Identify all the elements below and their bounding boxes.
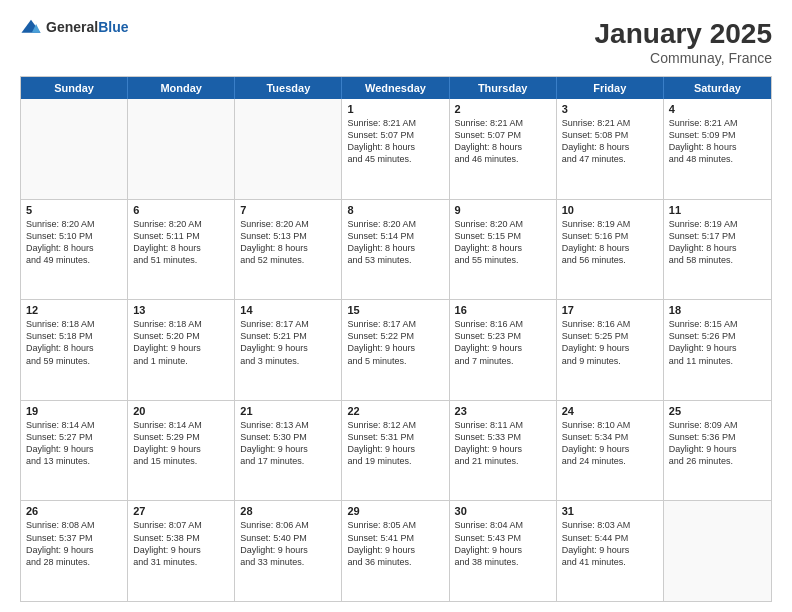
cal-cell: 4Sunrise: 8:21 AM Sunset: 5:09 PM Daylig… — [664, 99, 771, 199]
week-row-3: 12Sunrise: 8:18 AM Sunset: 5:18 PM Dayli… — [21, 300, 771, 401]
cal-cell: 9Sunrise: 8:20 AM Sunset: 5:15 PM Daylig… — [450, 200, 557, 300]
cal-cell: 16Sunrise: 8:16 AM Sunset: 5:23 PM Dayli… — [450, 300, 557, 400]
cell-content: Sunrise: 8:15 AM Sunset: 5:26 PM Dayligh… — [669, 318, 766, 367]
cal-cell: 19Sunrise: 8:14 AM Sunset: 5:27 PM Dayli… — [21, 401, 128, 501]
cal-cell: 27Sunrise: 8:07 AM Sunset: 5:38 PM Dayli… — [128, 501, 235, 601]
day-number: 1 — [347, 103, 443, 115]
cal-cell: 2Sunrise: 8:21 AM Sunset: 5:07 PM Daylig… — [450, 99, 557, 199]
day-number: 9 — [455, 204, 551, 216]
page: GeneralBlue January 2025 Communay, Franc… — [0, 0, 792, 612]
header-day-thursday: Thursday — [450, 77, 557, 99]
day-number: 15 — [347, 304, 443, 316]
day-number: 20 — [133, 405, 229, 417]
cal-cell: 20Sunrise: 8:14 AM Sunset: 5:29 PM Dayli… — [128, 401, 235, 501]
day-number: 30 — [455, 505, 551, 517]
day-number: 8 — [347, 204, 443, 216]
cal-cell: 21Sunrise: 8:13 AM Sunset: 5:30 PM Dayli… — [235, 401, 342, 501]
cell-content: Sunrise: 8:21 AM Sunset: 5:09 PM Dayligh… — [669, 117, 766, 166]
cal-cell: 18Sunrise: 8:15 AM Sunset: 5:26 PM Dayli… — [664, 300, 771, 400]
cal-cell: 30Sunrise: 8:04 AM Sunset: 5:43 PM Dayli… — [450, 501, 557, 601]
cal-cell: 24Sunrise: 8:10 AM Sunset: 5:34 PM Dayli… — [557, 401, 664, 501]
calendar-header: SundayMondayTuesdayWednesdayThursdayFrid… — [21, 77, 771, 99]
cell-content: Sunrise: 8:20 AM Sunset: 5:11 PM Dayligh… — [133, 218, 229, 267]
day-number: 23 — [455, 405, 551, 417]
logo: GeneralBlue — [20, 18, 128, 36]
cell-content: Sunrise: 8:20 AM Sunset: 5:14 PM Dayligh… — [347, 218, 443, 267]
day-number: 11 — [669, 204, 766, 216]
cell-content: Sunrise: 8:21 AM Sunset: 5:08 PM Dayligh… — [562, 117, 658, 166]
cell-content: Sunrise: 8:16 AM Sunset: 5:25 PM Dayligh… — [562, 318, 658, 367]
cell-content: Sunrise: 8:18 AM Sunset: 5:18 PM Dayligh… — [26, 318, 122, 367]
calendar: SundayMondayTuesdayWednesdayThursdayFrid… — [20, 76, 772, 602]
cell-content: Sunrise: 8:21 AM Sunset: 5:07 PM Dayligh… — [455, 117, 551, 166]
cal-cell — [128, 99, 235, 199]
calendar-title: January 2025 — [595, 18, 772, 50]
cell-content: Sunrise: 8:18 AM Sunset: 5:20 PM Dayligh… — [133, 318, 229, 367]
header-day-friday: Friday — [557, 77, 664, 99]
logo-blue: Blue — [98, 19, 128, 35]
cal-cell — [664, 501, 771, 601]
cal-cell: 1Sunrise: 8:21 AM Sunset: 5:07 PM Daylig… — [342, 99, 449, 199]
day-number: 19 — [26, 405, 122, 417]
cal-cell: 3Sunrise: 8:21 AM Sunset: 5:08 PM Daylig… — [557, 99, 664, 199]
day-number: 31 — [562, 505, 658, 517]
cal-cell: 13Sunrise: 8:18 AM Sunset: 5:20 PM Dayli… — [128, 300, 235, 400]
cell-content: Sunrise: 8:10 AM Sunset: 5:34 PM Dayligh… — [562, 419, 658, 468]
cell-content: Sunrise: 8:14 AM Sunset: 5:29 PM Dayligh… — [133, 419, 229, 468]
cal-cell: 10Sunrise: 8:19 AM Sunset: 5:16 PM Dayli… — [557, 200, 664, 300]
cal-cell: 8Sunrise: 8:20 AM Sunset: 5:14 PM Daylig… — [342, 200, 449, 300]
day-number: 18 — [669, 304, 766, 316]
cell-content: Sunrise: 8:05 AM Sunset: 5:41 PM Dayligh… — [347, 519, 443, 568]
week-row-5: 26Sunrise: 8:08 AM Sunset: 5:37 PM Dayli… — [21, 501, 771, 601]
header-day-tuesday: Tuesday — [235, 77, 342, 99]
cal-cell: 14Sunrise: 8:17 AM Sunset: 5:21 PM Dayli… — [235, 300, 342, 400]
day-number: 13 — [133, 304, 229, 316]
cal-cell: 23Sunrise: 8:11 AM Sunset: 5:33 PM Dayli… — [450, 401, 557, 501]
day-number: 22 — [347, 405, 443, 417]
day-number: 6 — [133, 204, 229, 216]
cal-cell: 28Sunrise: 8:06 AM Sunset: 5:40 PM Dayli… — [235, 501, 342, 601]
calendar-body: 1Sunrise: 8:21 AM Sunset: 5:07 PM Daylig… — [21, 99, 771, 601]
day-number: 29 — [347, 505, 443, 517]
cal-cell: 25Sunrise: 8:09 AM Sunset: 5:36 PM Dayli… — [664, 401, 771, 501]
cell-content: Sunrise: 8:13 AM Sunset: 5:30 PM Dayligh… — [240, 419, 336, 468]
week-row-4: 19Sunrise: 8:14 AM Sunset: 5:27 PM Dayli… — [21, 401, 771, 502]
cell-content: Sunrise: 8:19 AM Sunset: 5:16 PM Dayligh… — [562, 218, 658, 267]
day-number: 10 — [562, 204, 658, 216]
cell-content: Sunrise: 8:16 AM Sunset: 5:23 PM Dayligh… — [455, 318, 551, 367]
day-number: 7 — [240, 204, 336, 216]
cell-content: Sunrise: 8:14 AM Sunset: 5:27 PM Dayligh… — [26, 419, 122, 468]
day-number: 24 — [562, 405, 658, 417]
cell-content: Sunrise: 8:06 AM Sunset: 5:40 PM Dayligh… — [240, 519, 336, 568]
cal-cell: 15Sunrise: 8:17 AM Sunset: 5:22 PM Dayli… — [342, 300, 449, 400]
header-day-wednesday: Wednesday — [342, 77, 449, 99]
cal-cell: 6Sunrise: 8:20 AM Sunset: 5:11 PM Daylig… — [128, 200, 235, 300]
header-day-monday: Monday — [128, 77, 235, 99]
week-row-2: 5Sunrise: 8:20 AM Sunset: 5:10 PM Daylig… — [21, 200, 771, 301]
day-number: 25 — [669, 405, 766, 417]
day-number: 3 — [562, 103, 658, 115]
day-number: 26 — [26, 505, 122, 517]
day-number: 2 — [455, 103, 551, 115]
day-number: 4 — [669, 103, 766, 115]
week-row-1: 1Sunrise: 8:21 AM Sunset: 5:07 PM Daylig… — [21, 99, 771, 200]
calendar-subtitle: Communay, France — [595, 50, 772, 66]
cal-cell — [235, 99, 342, 199]
cell-content: Sunrise: 8:20 AM Sunset: 5:10 PM Dayligh… — [26, 218, 122, 267]
cell-content: Sunrise: 8:09 AM Sunset: 5:36 PM Dayligh… — [669, 419, 766, 468]
cell-content: Sunrise: 8:04 AM Sunset: 5:43 PM Dayligh… — [455, 519, 551, 568]
cell-content: Sunrise: 8:21 AM Sunset: 5:07 PM Dayligh… — [347, 117, 443, 166]
cal-cell: 11Sunrise: 8:19 AM Sunset: 5:17 PM Dayli… — [664, 200, 771, 300]
cal-cell: 22Sunrise: 8:12 AM Sunset: 5:31 PM Dayli… — [342, 401, 449, 501]
day-number: 17 — [562, 304, 658, 316]
logo-icon — [20, 18, 42, 36]
cell-content: Sunrise: 8:07 AM Sunset: 5:38 PM Dayligh… — [133, 519, 229, 568]
day-number: 16 — [455, 304, 551, 316]
cal-cell: 17Sunrise: 8:16 AM Sunset: 5:25 PM Dayli… — [557, 300, 664, 400]
header: GeneralBlue January 2025 Communay, Franc… — [20, 18, 772, 66]
cal-cell: 29Sunrise: 8:05 AM Sunset: 5:41 PM Dayli… — [342, 501, 449, 601]
day-number: 14 — [240, 304, 336, 316]
header-day-saturday: Saturday — [664, 77, 771, 99]
logo-general: General — [46, 19, 98, 35]
cell-content: Sunrise: 8:19 AM Sunset: 5:17 PM Dayligh… — [669, 218, 766, 267]
